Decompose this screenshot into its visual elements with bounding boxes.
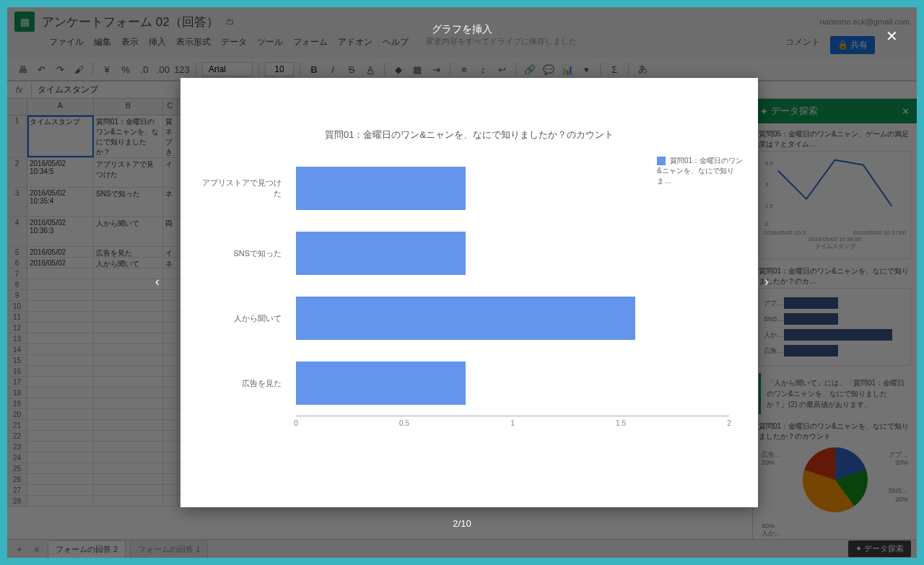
modal-next-icon[interactable]: › <box>758 274 775 292</box>
bar-label: 人から聞いて <box>195 313 289 324</box>
bar-label: アプリストアで見つけた <box>195 178 289 199</box>
bar-fill <box>296 167 466 210</box>
modal-page-indicator: 2/10 <box>7 518 917 529</box>
axis-tick: 0.5 <box>399 419 409 427</box>
chart-preview-modal: 質問01：金曜日のワン&ニャンを、なにで知りましたか？のカウント アプリストアで… <box>180 78 758 507</box>
modal-prev-icon[interactable]: ‹ <box>149 274 166 292</box>
chart-legend: 質問01：金曜日のワン&ニャンを、なにで知りま… <box>650 156 744 416</box>
chart-title: 質問01：金曜日のワン&ニャンを、なにで知りましたか？のカウント <box>195 128 744 141</box>
axis-tick: 1 <box>510 419 515 427</box>
bar-fill <box>296 297 635 340</box>
modal-title: グラフを挿入 <box>7 23 917 36</box>
axis-tick: 2 <box>727 419 731 427</box>
modal-overlay[interactable]: グラフを挿入 ✕ ‹ › 質問01：金曜日のワン&ニャンを、なにで知りましたか？… <box>7 7 917 558</box>
legend-swatch <box>657 157 666 165</box>
axis-tick: 0 <box>294 419 298 427</box>
axis-tick: 1.5 <box>616 419 626 427</box>
chart-bars: アプリストアで見つけた SNSで知った 人から聞いて 広告を見た <box>195 156 650 416</box>
bar-fill <box>296 362 466 405</box>
bar-fill <box>296 232 466 275</box>
modal-close-icon[interactable]: ✕ <box>886 27 898 45</box>
bar-label: SNSで知った <box>195 248 289 259</box>
chart-x-axis: 00.511.52 <box>296 416 729 430</box>
bar-label: 広告を見た <box>195 378 289 389</box>
